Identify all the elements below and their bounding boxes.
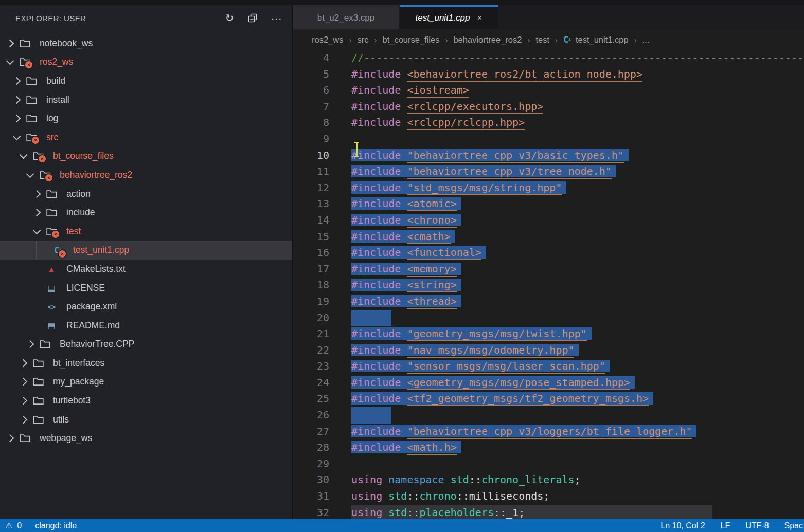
chevron-right-icon[interactable] <box>13 115 21 123</box>
line-number[interactable]: 21 <box>293 326 329 342</box>
breadcrumb-item-test[interactable]: test <box>535 35 549 45</box>
tab-test_unit1.cpp[interactable]: test_unit1.cpp× <box>400 5 498 29</box>
tree-item-README.md[interactable]: ▤README.md <box>0 316 292 335</box>
code-line-9[interactable]: 9 <box>293 131 804 148</box>
line-number[interactable]: 6 <box>293 82 329 99</box>
code-line-27[interactable]: 27#include "behaviortree_cpp_v3/loggers/… <box>293 424 804 440</box>
code-line-11[interactable]: 11#include "behaviortree_cpp_v3/tree_nod… <box>293 163 804 180</box>
line-number[interactable]: 32 <box>293 505 329 519</box>
breadcrumb-item-bt_course_files[interactable]: bt_course_files <box>382 35 439 45</box>
code-line-19[interactable]: 19#include <thread> <box>293 293 804 310</box>
chevron-right-icon[interactable] <box>33 190 41 198</box>
code-line-23[interactable]: 23#include "sensor_msgs/msg/laser_scan.h… <box>293 358 804 375</box>
chevron-right-icon[interactable] <box>33 209 41 217</box>
tree-item-CMakeLists.txt[interactable]: ▲CMakeLists.txt <box>0 260 292 279</box>
clangd-status[interactable]: clangd: idle <box>35 521 77 530</box>
line-number[interactable]: 22 <box>293 342 329 359</box>
line-number[interactable]: 24 <box>293 375 329 391</box>
eol-indicator[interactable]: LF <box>721 521 730 530</box>
breadcrumb-item-behaviortree_ros2[interactable]: behaviortree_ros2 <box>453 35 522 45</box>
tree-item-action[interactable]: action <box>0 185 292 204</box>
chevron-right-icon[interactable] <box>13 96 21 104</box>
line-number[interactable]: 9 <box>293 131 329 148</box>
code-line-26[interactable]: 26 <box>293 407 804 424</box>
chevron-down-icon[interactable] <box>20 151 28 159</box>
breadcrumb-item-test_unit1.cpp[interactable]: test_unit1.cpp <box>576 35 629 45</box>
line-number[interactable]: 20 <box>293 310 329 326</box>
line-number[interactable]: 31 <box>293 488 329 505</box>
tree-item-test_unit1.cpp[interactable]: C+×test_unit1.cpp <box>0 241 292 260</box>
code-line-13[interactable]: 13#include <atomic> <box>293 196 804 212</box>
chevron-down-icon[interactable] <box>13 132 21 140</box>
chevron-right-icon[interactable] <box>20 359 28 368</box>
code-line-10[interactable]: 10#include "behaviortree_cpp_v3/basic_ty… <box>293 148 804 164</box>
tree-item-behaviortree_ros2[interactable]: ×behaviortree_ros2 <box>0 166 292 185</box>
line-number[interactable]: 18 <box>293 277 329 293</box>
tree-item-bt_interfaces[interactable]: bt_interfaces <box>0 354 292 373</box>
tree-item-notebook_ws[interactable]: notebook_ws <box>0 34 292 53</box>
code-line-29[interactable]: 29 <box>293 456 804 472</box>
cursor-position[interactable]: Ln 10, Col 2 <box>660 521 705 530</box>
line-number[interactable]: 28 <box>293 439 329 456</box>
tree-item-webpage_ws[interactable]: webpage_ws <box>0 429 292 448</box>
line-number[interactable]: 26 <box>293 407 329 424</box>
tree-item-LICENSE[interactable]: ▤LICENSE <box>0 279 292 298</box>
tree-item-test[interactable]: ×test <box>0 222 292 241</box>
line-number[interactable]: 16 <box>293 245 329 261</box>
line-number[interactable]: 29 <box>293 456 329 472</box>
tab-bt_u2_ex3.cpp[interactable]: bt_u2_ex3.cpp <box>293 5 399 29</box>
tree-item-include[interactable]: include <box>0 203 292 222</box>
line-number[interactable]: 4 <box>293 50 329 66</box>
chevron-down-icon[interactable] <box>6 57 14 65</box>
collapse-folders-icon[interactable] <box>248 13 257 23</box>
line-number[interactable]: 15 <box>293 229 329 245</box>
encoding-indicator[interactable]: UTF-8 <box>745 521 769 530</box>
code-line-8[interactable]: 8#include <rclcpp/rclcpp.hpp> <box>293 115 804 131</box>
code-line-4[interactable]: 4//-------------------------------------… <box>293 50 804 66</box>
tree-item-utils[interactable]: utils <box>0 410 292 429</box>
line-number[interactable]: 30 <box>293 472 329 488</box>
code-line-12[interactable]: 12#include "std_msgs/msg/string.hpp" <box>293 180 804 196</box>
code-line-15[interactable]: 15#include <cmath> <box>293 229 804 245</box>
line-number[interactable]: 13 <box>293 196 329 212</box>
code-line-25[interactable]: 25#include <tf2_geometry_msgs/tf2_geomet… <box>293 391 804 407</box>
line-number[interactable]: 17 <box>293 261 329 278</box>
code-line-21[interactable]: 21#include "geometry_msgs/msg/twist.hpp" <box>293 326 804 342</box>
line-number[interactable]: 27 <box>293 424 329 440</box>
line-number[interactable]: 23 <box>293 358 329 375</box>
tree-item-install[interactable]: install <box>0 90 292 109</box>
line-number[interactable]: 14 <box>293 212 329 229</box>
line-number[interactable]: 5 <box>293 66 329 83</box>
breadcrumb-item-ros2_ws[interactable]: ros2_ws <box>312 35 343 45</box>
code-line-24[interactable]: 24#include <geometry_msgs/msg/pose_stamp… <box>293 375 804 391</box>
line-number[interactable]: 11 <box>293 163 329 180</box>
chevron-right-icon[interactable] <box>13 77 21 85</box>
code-line-18[interactable]: 18#include <string> <box>293 277 804 293</box>
line-number[interactable]: 19 <box>293 293 329 310</box>
code-line-17[interactable]: 17#include <memory> <box>293 261 804 278</box>
chevron-down-icon[interactable] <box>33 226 41 234</box>
code-line-22[interactable]: 22#include "nav_msgs/msg/odometry.hpp" <box>293 342 804 359</box>
code-line-16[interactable]: 16#include <functional> <box>293 245 804 261</box>
tree-item-turtlebot3[interactable]: turtlebot3 <box>0 391 292 410</box>
line-number[interactable]: 7 <box>293 99 329 115</box>
chevron-right-icon[interactable] <box>20 378 28 386</box>
tree-item-my_package[interactable]: my_package <box>0 373 292 392</box>
code-line-31[interactable]: 31using std::chrono::milliseconds; <box>293 488 804 505</box>
tree-item-bt_course_files[interactable]: ×bt_course_files <box>0 147 292 166</box>
close-icon[interactable]: × <box>477 13 482 23</box>
chevron-right-icon[interactable] <box>20 415 28 424</box>
chevron-down-icon[interactable] <box>26 170 34 178</box>
refresh-icon[interactable]: ↻ <box>225 13 234 23</box>
problems-indicator[interactable]: ⚠ 0 <box>5 521 22 530</box>
line-number[interactable]: 8 <box>293 115 329 131</box>
breadcrumb-item-src[interactable]: src <box>357 35 368 45</box>
tree-item-BehaviorTree.CPP[interactable]: BehaviorTree.CPP <box>0 335 292 354</box>
tree-item-ros2_ws[interactable]: ×ros2_ws <box>0 53 292 72</box>
line-number[interactable]: 10 <box>293 148 329 164</box>
tree-item-build[interactable]: build <box>0 71 292 90</box>
code-line-14[interactable]: 14#include <chrono> <box>293 212 804 229</box>
code-line-5[interactable]: 5#include <behaviortree_ros2/bt_action_n… <box>293 66 804 83</box>
line-number[interactable]: 12 <box>293 180 329 196</box>
code-line-7[interactable]: 7#include <rclcpp/executors.hpp> <box>293 99 804 115</box>
